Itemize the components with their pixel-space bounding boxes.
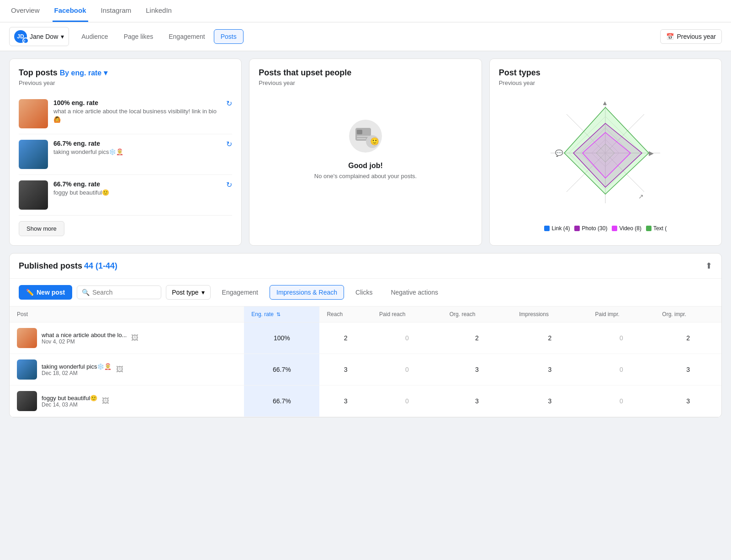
upset-posts-card: Posts that upset people Previous year 🙂 … — [249, 58, 482, 246]
svg-rect-3 — [357, 130, 362, 134]
post-title: taking wonderful pics❄️🤶 — [42, 363, 111, 370]
cell-paid-impr: 0 — [588, 322, 655, 354]
post-type-filter[interactable]: Post type ▾ — [166, 285, 210, 300]
cell-impressions: 2 — [512, 322, 588, 354]
cell-org-reach: 3 — [442, 386, 512, 417]
post-text: foggy but beautiful🙂 — [53, 189, 221, 197]
post-thumbnail — [17, 391, 37, 411]
cell-paid-reach: 0 — [372, 386, 442, 417]
post-title: what a nice article about the lo... — [42, 332, 127, 338]
toolbar-left: JD f Jane Dow ▾ Audience Page likes Enga… — [9, 27, 244, 46]
cell-org-impr: 3 — [655, 386, 721, 417]
cards-row: Top posts By eng. rate ▾ Previous year 1… — [0, 51, 731, 253]
avatar: JD f — [14, 30, 27, 43]
legend-link: Link (4) — [544, 225, 570, 232]
top-navigation: Overview Facebook Instagram LinkedIn — [0, 0, 731, 22]
search-input-wrap: 🔍 — [77, 285, 161, 299]
cell-reach: 3 — [319, 386, 372, 417]
refresh-icon[interactable]: ↻ — [226, 140, 232, 148]
account-name: Jane Dow — [30, 33, 58, 40]
list-item: 100% eng. rate what a nice article about… — [19, 94, 232, 134]
tab-page-likes[interactable]: Page likes — [117, 29, 160, 44]
image-placeholder-icon: 🖼 — [131, 334, 138, 342]
post-eng-rate: 66.7% eng. rate — [53, 180, 221, 188]
legend-video: Video (8) — [612, 225, 641, 232]
published-posts-section: Published posts 44 (1-44) ⬆ ✏️ New post … — [9, 253, 722, 417]
cell-org-impr: 2 — [655, 322, 721, 354]
tab-posts[interactable]: Posts — [214, 29, 244, 44]
filter-tab-clicks[interactable]: Clicks — [349, 285, 379, 300]
cell-org-impr: 3 — [655, 354, 721, 386]
facebook-badge: f — [22, 37, 29, 44]
list-item: 66.7% eng. rate foggy but beautiful🙂 ↻ — [19, 175, 232, 216]
cell-paid-reach: 0 — [372, 322, 442, 354]
top-posts-card: Top posts By eng. rate ▾ Previous year 1… — [9, 58, 242, 246]
image-placeholder-icon: 🖼 — [102, 397, 109, 405]
legend-text: Text ( — [646, 225, 667, 232]
post-text: taking wonderful pics❄️🤶 — [53, 148, 221, 156]
filter-tab-engagement[interactable]: Engagement — [215, 285, 265, 300]
good-job-section: 🙂 Good job! No one's complained about yo… — [259, 94, 472, 203]
cell-post: what a nice article about the lo... Nov … — [10, 322, 244, 354]
cell-eng-rate: 100% — [244, 322, 319, 354]
legend-video-color — [612, 226, 617, 231]
radar-chart-wrapper: ▲ ▶ 💬 ↗ Link (4) Photo (30) — [499, 94, 712, 232]
legend-photo-color — [574, 226, 580, 231]
post-cell-info: foggy but beautiful🙂 Dec 14, 03 AM — [42, 395, 97, 408]
account-selector[interactable]: JD f Jane Dow ▾ — [9, 27, 69, 46]
cell-eng-rate: 66.7% — [244, 386, 319, 417]
new-post-button[interactable]: ✏️ New post — [19, 285, 72, 300]
image-placeholder-icon: 🖼 — [116, 365, 123, 374]
col-eng-rate[interactable]: Eng. rate ⇅ — [244, 306, 319, 322]
posts-table: Post Eng. rate ⇅ Reach Paid reach Org. r… — [10, 306, 721, 417]
search-input[interactable] — [92, 289, 156, 296]
refresh-icon[interactable]: ↻ — [226, 180, 232, 189]
toolbar: JD f Jane Dow ▾ Audience Page likes Enga… — [0, 22, 731, 51]
calendar-icon: 📅 — [666, 33, 674, 40]
date-range-button[interactable]: 📅 Previous year — [660, 29, 722, 44]
post-info: 100% eng. rate what a nice article about… — [53, 99, 221, 124]
col-org-reach: Org. reach — [442, 306, 512, 322]
eng-rate-filter[interactable]: By eng. rate ▾ — [60, 69, 107, 77]
cell-impressions: 3 — [512, 386, 588, 417]
filter-tab-impressions-reach[interactable]: Impressions & Reach — [270, 285, 344, 300]
nav-tab-linkedin[interactable]: LinkedIn — [144, 0, 174, 22]
col-post: Post — [10, 306, 244, 322]
svg-text:🙂: 🙂 — [370, 137, 379, 146]
show-more-button[interactable]: Show more — [19, 221, 64, 236]
tab-engagement[interactable]: Engagement — [162, 29, 212, 44]
good-job-title: Good job! — [348, 162, 383, 170]
col-reach: Reach — [319, 306, 372, 322]
tab-audience[interactable]: Audience — [74, 29, 115, 44]
date-label: Previous year — [677, 33, 716, 40]
post-title: foggy but beautiful🙂 — [42, 395, 97, 402]
svg-text:▶: ▶ — [649, 149, 654, 157]
cell-impressions: 3 — [512, 354, 588, 386]
top-posts-title: Top posts By eng. rate ▾ — [19, 68, 232, 78]
search-icon: 🔍 — [82, 289, 90, 296]
refresh-icon[interactable]: ↻ — [226, 99, 232, 108]
cell-paid-reach: 0 — [372, 354, 442, 386]
page-tabs: Audience Page likes Engagement Posts — [74, 29, 243, 44]
legend-text-label: Text ( — [653, 225, 667, 232]
post-types-title: Post types — [499, 68, 712, 78]
post-date: Dec 18, 02 AM — [42, 370, 111, 376]
col-impressions: Impressions — [512, 306, 588, 322]
filter-tab-negative-actions[interactable]: Negative actions — [384, 285, 445, 300]
export-button[interactable]: ⬆ — [705, 261, 712, 271]
post-cell-info: taking wonderful pics❄️🤶 Dec 18, 02 AM — [42, 363, 111, 376]
list-item: 66.7% eng. rate taking wonderful pics❄️🤶… — [19, 134, 232, 175]
post-text: what a nice article about the local busi… — [53, 107, 221, 124]
nav-tab-instagram[interactable]: Instagram — [99, 0, 133, 22]
published-count: 44 (1-44) — [84, 261, 117, 270]
post-types-subtitle: Previous year — [499, 79, 712, 86]
nav-tab-overview[interactable]: Overview — [9, 0, 42, 22]
nav-tab-facebook[interactable]: Facebook — [53, 0, 88, 22]
good-job-icon: 🙂 — [347, 118, 384, 154]
good-job-desc: No one's complained about your posts. — [314, 173, 417, 180]
cell-paid-impr: 0 — [588, 386, 655, 417]
col-org-impr: Org. impr. — [655, 306, 721, 322]
cell-reach: 3 — [319, 354, 372, 386]
cell-org-reach: 3 — [442, 354, 512, 386]
svg-text:f: f — [24, 39, 26, 42]
